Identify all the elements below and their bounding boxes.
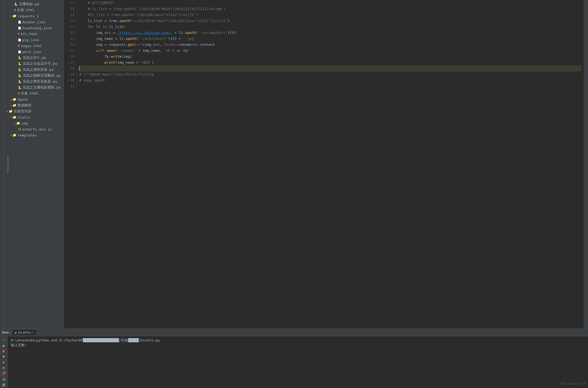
sidebar-item-label: 实战之网页采集器.py [23,79,57,84]
code-line-26[interactable]: fp.write(img) [79,54,581,60]
code-line-18[interactable]: # li_list = tree.xpath('//div[@id="main"… [79,6,581,12]
sidebar-item-shizhan-sougou-py[interactable]: 🐍实战之搜狗页面.py [4,67,64,73]
sidebar-item-label: requests_1 [18,14,39,18]
sidebar-item-douban-json[interactable]: 📄douban.json [4,19,64,25]
sidebar-item-shiyanshi-folder[interactable]: ▾📁实验室培训 [4,108,64,114]
sidebar-item-pig-json[interactable]: 📄pig.json [4,37,64,43]
folder-icon: 📁 [12,115,17,119]
sidebar-item-sogou-html[interactable]: Hsogou.html [4,43,64,49]
code-line-30[interactable]: # copy xpath [79,77,581,83]
fold-icon-27[interactable]: ⊖ [66,60,69,66]
run-header: Run: ▶ biantu ✕ [0,329,588,336]
code-line-29[interactable]: # //*[@id="main"]/div[3]/ul/li[1]/a [79,71,581,77]
pin-button[interactable]: 📌 [1,371,7,376]
sidebar-item-word-json[interactable]: 📄word.json [4,49,64,55]
structure-label: Structure [6,156,10,172]
folder-icon: 📁 [12,14,17,18]
sidebar-item-shizhan-kfc-py[interactable]: 🐍实战之KFC.py [4,55,64,61]
sidebar-item-douban-movie-py[interactable]: 🐍豆瓣电影.py [4,1,64,7]
sidebar-item-huazhuang-json[interactable]: 📄huazhuang.json [4,25,64,31]
line-number-20: 20 [66,18,74,24]
folder-icon: 📁 [12,133,17,137]
print-button[interactable]: 🖨 [1,377,7,381]
sidebar-item-label: douban.json [22,20,46,24]
code-content[interactable]: # 以下三种均可 # li_list = tree.xpath('//div[@… [77,0,584,328]
line-number-23: 23 [66,36,74,42]
trash-button[interactable]: 🗑 [1,382,7,387]
line-number-30: ⊖30 [66,77,74,83]
sidebar-item-label: 长春.html [17,8,35,12]
line-number-19: 19 [66,12,74,18]
sidebar-item-kfc-html[interactable]: Hkfc.html [4,31,64,37]
line-number-29: ⊖29 [66,71,74,77]
code-line-19[interactable]: #li_list = tree.xpath('//div[@class="sli… [79,12,581,18]
py-icon: 🐍 [18,80,22,83]
line-number-31: 31 [66,83,74,89]
fold-icon-21[interactable]: ⊖ [66,24,69,30]
code-line-21[interactable]: for li in li_list: [79,24,581,30]
wrap-button[interactable]: ≡ [1,360,7,364]
scroll-down-button[interactable]: ▼ [1,354,7,359]
html-icon: H [14,8,16,12]
line-number-24: 24 [66,42,74,48]
sidebar-item-label: 实验室培训 [14,109,31,114]
run-output[interactable]: D:\anaconda\python.exe D:/PycharmP██████… [8,336,588,388]
sidebar-item-label: 实战之KFC.py [23,55,46,60]
run-tab-close[interactable]: ✕ [32,331,34,334]
structure-panel: Structure [0,0,4,328]
run-prompt: 输入页数： [11,343,585,348]
fold-icon-25[interactable]: ⊖ [66,48,69,54]
sidebar-item-echarts-js[interactable]: JSecharts.min.js [4,126,64,132]
sidebar-item-label: 实战之搜狗页面.py [23,67,54,72]
code-line-28[interactable] [79,66,581,71]
run-tab[interactable]: ▶ biantu ✕ [13,330,36,335]
sidebar-item-changchun2-html[interactable]: H长春.html [4,90,64,96]
code-line-17[interactable]: # 以下三种均可 [79,0,581,6]
code-line-24[interactable]: img = requests.get(url=img_src, headers=… [79,42,581,48]
sidebar-item-label: echarts.min.js [22,127,52,131]
sidebar-item-shizhan-douban-py[interactable]: 🐍实战之豆瓣电影爬取.py [4,84,64,90]
folder-arrow: ▸ [10,134,12,137]
code-line-20[interactable]: li_list = tree.xpath('//div[@id="main"]/… [79,18,581,24]
sidebar-item-shizhan-baidu-py[interactable]: 🐍实战之破解百度翻译.py [4,73,64,79]
sidebar-item-static-folder[interactable]: ▾📁static [4,114,64,120]
html-icon: H [18,32,20,36]
run-body: ↺ ▲ ■ ▼ ≡ ⚙ 📌 🖨 🗑 D:\anaconda\python.exe… [0,336,588,388]
sidebar-item-shujujiexi-folder[interactable]: ▸📁数据解析 [4,102,64,108]
stop-button[interactable]: ■ [1,349,7,353]
sidebar-item-label: templates [18,133,37,137]
sidebar-item-label: 长春.html [21,91,38,96]
line-numbers: 17181920⊖21222324⊖2526⊖2728⊖29⊖3031 [64,0,77,328]
sidebar-item-shizhan-huazhuang-py[interactable]: 🐍实战之化妆品许可.py [4,61,64,67]
py-icon: 🐍 [18,56,22,60]
code-line-27[interactable]: print(img_name + '保存') [79,60,581,66]
code-line-25[interactable]: with open('./wwww/' + img_name, 'wb') as… [79,48,581,54]
scroll-up-button[interactable]: ▲ [1,343,7,348]
html-icon: H [18,44,20,48]
sidebar-item-requests-1-folder[interactable]: ▾📁requests_1 [4,13,64,19]
fold-icon-29[interactable]: ⊖ [66,71,69,77]
py-icon: 🐍 [14,2,18,6]
sidebar-item-label: pig.json [22,38,39,42]
line-number-28: 28 [66,66,74,71]
sidebar-item-changchun-html[interactable]: H长春.html [4,7,64,13]
sidebar-item-label: 实战之化妆品许可.py [23,61,57,66]
json-icon: 📄 [18,38,21,41]
code-line-23[interactable]: img_name = li.xpath('./a/b/text()')[0] +… [79,36,581,42]
sidebar-item-img-folder[interactable]: ▸📁img [4,120,64,126]
folder-icon: 📁 [9,109,13,113]
sidebar-item-xpath-folder[interactable]: ▸📁Xpath [4,96,64,102]
rerun-button[interactable]: ↺ [1,337,7,342]
sidebar-item-label: 豆瓣电影.py [19,2,39,6]
folder-arrow: ▸ [10,104,12,107]
fold-icon-30[interactable]: ⊖ [66,77,69,83]
run-toolbar: ↺ ▲ ■ ▼ ≡ ⚙ 📌 🖨 🗑 [0,336,8,388]
sidebar-item-label: static [18,115,30,119]
code-line-22[interactable]: img_src = 'https://pic.netbian.com/' + l… [79,30,581,36]
py-icon: 🐍 [18,86,22,89]
line-number-27: ⊖27 [66,60,74,66]
code-line-31[interactable] [79,83,581,89]
settings-button[interactable]: ⚙ [1,366,7,370]
sidebar-item-shizhan-caishu-py[interactable]: 🐍实战之网页采集器.py [4,79,64,84]
sidebar-item-templates-folder[interactable]: ▸📁templates [4,132,64,138]
